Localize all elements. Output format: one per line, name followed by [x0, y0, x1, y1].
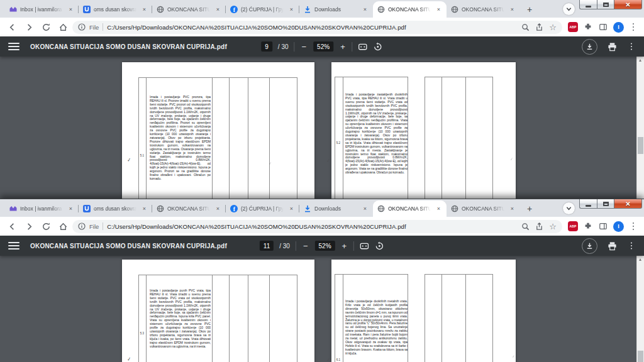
zoom-level-input[interactable]: 52% [315, 241, 335, 251]
scrollbar[interactable] [636, 57, 644, 199]
tab-close-button[interactable]: × [67, 206, 74, 212]
zoom-out-button[interactable]: − [301, 43, 308, 51]
browser-tab[interactable]: Inbox | ivanmilora× [5, 1, 79, 18]
rotate-button[interactable] [375, 241, 384, 251]
tab-close-button[interactable]: × [509, 6, 516, 13]
pdf-menu-kebab-icon[interactable] [627, 241, 636, 251]
url-omnibox[interactable]: File C:/Users/Hp/Downloads/OKONCANA%20SI… [72, 21, 562, 34]
page-info-icon[interactable] [78, 23, 86, 31]
browser-tab[interactable]: OKONCANA SITU× [373, 200, 447, 217]
pdf-menu-icon[interactable] [8, 242, 19, 250]
tab-search-button[interactable] [563, 3, 575, 15]
browser-tab[interactable]: Downloads× [299, 1, 373, 18]
side-panel-icon[interactable] [598, 221, 608, 231]
back-button[interactable] [4, 19, 19, 35]
maximize-button[interactable] [597, 199, 614, 209]
side-panel-icon[interactable] [598, 22, 608, 32]
minimize-button[interactable] [579, 199, 597, 209]
browser-tab[interactable]: OKONCANA SITU× [373, 1, 447, 18]
browser-tab[interactable]: Inbox | ivanmilora× [5, 200, 79, 217]
browser-tab[interactable]: oms dusan skovra× [79, 1, 152, 18]
tab-close-button[interactable]: × [214, 6, 221, 13]
browser-tab[interactable]: Downloads× [299, 200, 373, 217]
fit-to-page-button[interactable] [360, 241, 369, 251]
tab-label: OKONCANA SITU [462, 206, 506, 212]
scrollbar-up-arrow[interactable] [639, 258, 641, 261]
scrollbar-up-arrow[interactable] [639, 59, 641, 62]
fit-to-page-button[interactable] [358, 42, 368, 52]
share-icon[interactable] [535, 23, 543, 31]
item-number: 5.1 [138, 154, 146, 157]
pdf-menu-icon[interactable] [8, 43, 19, 50]
reload-button[interactable] [38, 219, 53, 234]
home-button[interactable] [55, 219, 70, 234]
tab-close-button[interactable]: × [288, 206, 295, 212]
new-tab-button[interactable]: + [523, 202, 536, 216]
home-button[interactable] [55, 19, 70, 35]
tab-close-button[interactable]: × [509, 206, 516, 212]
zoom-in-button[interactable]: + [339, 43, 347, 51]
tab-label: (2) ĆUPRIJA | Груп [241, 206, 285, 212]
extensions-puzzle-icon[interactable] [583, 221, 593, 231]
url-omnibox[interactable]: File C:/Users/Hp/Downloads/OKONCANA%20SI… [72, 220, 562, 233]
back-button[interactable] [4, 219, 19, 234]
reload-button[interactable] [38, 19, 53, 35]
tab-close-button[interactable]: × [362, 206, 369, 212]
share-icon[interactable] [535, 222, 543, 231]
item-number: 5.3 [138, 332, 146, 335]
close-window-button[interactable]: ✕ [614, 199, 642, 209]
browser-menu-kebab-icon[interactable] [629, 22, 638, 32]
rotate-button[interactable] [374, 42, 383, 52]
forward-button[interactable] [21, 19, 36, 35]
tab-close-button[interactable]: × [435, 6, 442, 13]
tab-close-button[interactable]: × [214, 206, 221, 212]
browser-tab[interactable]: OKONCANA SITU× [152, 1, 226, 18]
profile-avatar[interactable]: I [613, 221, 624, 232]
bookmark-star-icon[interactable]: ☆ [549, 23, 557, 31]
page-info-icon[interactable] [78, 222, 86, 230]
browser-tab[interactable]: OKONCANA SITU× [152, 200, 226, 217]
download-button[interactable] [582, 238, 597, 254]
browser-tab[interactable]: OKONCANA SITU× [447, 200, 520, 217]
zoom-out-button[interactable]: − [302, 242, 309, 250]
scrollbar-thumb[interactable] [638, 137, 643, 154]
profile-avatar[interactable]: I [613, 22, 624, 33]
browser-menu-kebab-icon[interactable] [629, 221, 638, 231]
browser-tab[interactable]: f(2) ĆUPRIJA | Груп× [226, 1, 299, 18]
browser-tab[interactable]: oms dusan skovra× [79, 200, 152, 217]
zoom-page-icon[interactable] [521, 23, 530, 31]
bookmark-star-icon[interactable]: ☆ [549, 222, 557, 231]
adblock-extension-icon[interactable]: ABP [568, 22, 578, 32]
tab-close-button[interactable]: × [141, 206, 148, 212]
adblock-extension-icon[interactable]: ABP [568, 221, 578, 231]
print-button[interactable] [608, 241, 617, 251]
download-button[interactable] [582, 39, 597, 55]
extensions-puzzle-icon[interactable] [583, 22, 593, 32]
tab-close-button[interactable]: × [288, 6, 295, 13]
scrollbar[interactable] [636, 256, 644, 362]
maximize-button[interactable] [597, 0, 614, 9]
tab-close-button[interactable]: × [67, 6, 74, 13]
tab-label: OKONCANA SITU [388, 6, 432, 13]
zoom-in-button[interactable]: + [341, 242, 348, 250]
tab-label: OKONCANA SITU [167, 206, 211, 212]
pdf-menu-kebab-icon[interactable] [627, 41, 636, 52]
pdf-content-area: 5.3 Izrada i postavljanje punih PVC vrat… [0, 256, 644, 362]
new-tab-button[interactable]: + [523, 3, 536, 16]
page-number-input[interactable]: 11 [260, 241, 274, 251]
scrollbar-thumb[interactable] [638, 351, 643, 362]
tab-close-button[interactable]: × [435, 206, 442, 212]
browser-tab[interactable]: OKONCANA SITU× [447, 1, 520, 18]
browser-tab[interactable]: f(2) ĆUPRIJA | Груп× [226, 200, 299, 217]
print-button[interactable] [608, 42, 617, 52]
page-number-input[interactable]: 9 [261, 41, 272, 52]
tab-close-button[interactable]: × [141, 6, 148, 13]
forward-button[interactable] [21, 219, 36, 234]
tab-close-button[interactable]: × [362, 6, 369, 13]
close-window-button[interactable]: ✕ [614, 0, 642, 9]
browser-window-bottom: Inbox | ivanmilora×oms dusan skovra×OKON… [0, 199, 644, 362]
tab-search-button[interactable] [563, 202, 575, 214]
zoom-page-icon[interactable] [521, 222, 530, 231]
minimize-button[interactable] [579, 0, 597, 9]
zoom-level-input[interactable]: 52% [313, 41, 333, 52]
